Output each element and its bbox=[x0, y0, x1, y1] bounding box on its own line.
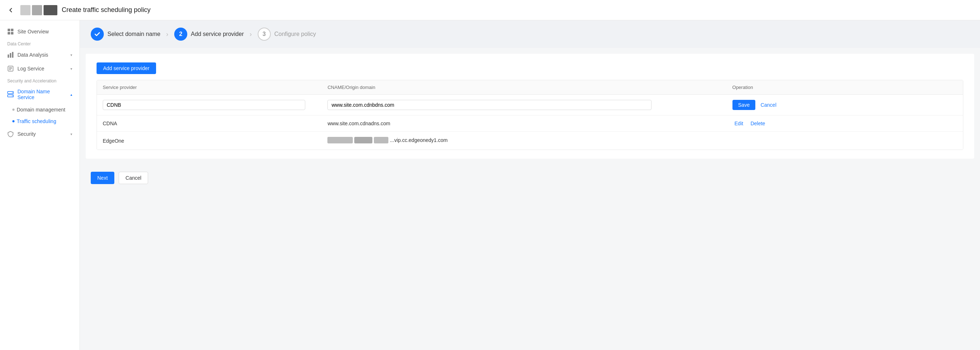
cancel-button[interactable]: Cancel bbox=[119, 172, 148, 184]
bullet-icon bbox=[12, 108, 14, 111]
cname-cell: ...vip.cc.edgeonedy1.com bbox=[328, 137, 732, 145]
step-arrow-2: › bbox=[250, 30, 252, 38]
sidebar-item-label: Site Overview bbox=[18, 29, 49, 35]
svg-rect-3 bbox=[11, 32, 13, 35]
step-2-label: Add service provider bbox=[191, 31, 244, 37]
svg-rect-0 bbox=[8, 29, 10, 31]
sidebar-item-log-service[interactable]: Log Service ▾ bbox=[0, 62, 80, 76]
sidebar: Site Overview Data Center Data Analysis … bbox=[0, 20, 80, 350]
sidebar-sub-item-label: Traffic scheduling bbox=[17, 118, 56, 124]
cname-input[interactable] bbox=[328, 100, 651, 110]
topbar-icon-3 bbox=[43, 5, 57, 15]
provider-cell: CDNA bbox=[103, 121, 328, 126]
col-service-provider: Service provider bbox=[103, 84, 328, 90]
content-area: Add service provider Service provider CN… bbox=[86, 54, 974, 159]
chevron-down-icon: ▾ bbox=[70, 132, 72, 136]
sidebar-sub-item-traffic-scheduling[interactable]: Traffic scheduling bbox=[0, 115, 80, 127]
add-service-provider-button[interactable]: Add service provider bbox=[97, 62, 156, 74]
sidebar-item-site-overview[interactable]: Site Overview bbox=[0, 25, 80, 38]
log-icon bbox=[7, 65, 14, 72]
chevron-up-icon: ▴ bbox=[70, 92, 72, 97]
step-3-circle: 3 bbox=[258, 28, 271, 41]
blur-rect-2 bbox=[354, 137, 372, 143]
footer-actions: Next Cancel bbox=[80, 164, 980, 191]
svg-rect-2 bbox=[8, 32, 10, 35]
step-2-circle: 2 bbox=[174, 28, 187, 41]
sidebar-item-domain-name-service[interactable]: Domain Name Service ▴ bbox=[0, 85, 80, 104]
provider-cell bbox=[103, 100, 328, 110]
sidebar-item-label: Security bbox=[18, 131, 36, 137]
cname-cell bbox=[328, 100, 732, 110]
sidebar-item-label: Domain Name Service bbox=[18, 89, 67, 100]
table-header: Service provider CNAME/Origin domain Ope… bbox=[97, 80, 963, 95]
chevron-down-icon: ▾ bbox=[70, 67, 72, 71]
row-operations: Edit Delete bbox=[732, 121, 957, 126]
chart-icon bbox=[7, 52, 14, 58]
step-2: 2 Add service provider bbox=[174, 28, 244, 41]
blur-rect-1 bbox=[328, 137, 353, 143]
topbar-icon-1 bbox=[20, 5, 30, 15]
provider-input[interactable] bbox=[103, 100, 305, 110]
blur-rect-3 bbox=[374, 137, 388, 143]
topbar-icons bbox=[20, 5, 57, 15]
svg-rect-4 bbox=[8, 54, 9, 58]
topbar-icon-2 bbox=[32, 5, 42, 15]
steps-bar: Select domain name › 2 Add service provi… bbox=[80, 20, 980, 48]
blurred-cname: ...vip.cc.edgeonedy1.com bbox=[328, 137, 447, 143]
check-icon bbox=[94, 31, 100, 37]
step-1: Select domain name bbox=[91, 28, 161, 41]
svg-rect-6 bbox=[12, 52, 13, 58]
sidebar-data-center-label: Data Center bbox=[0, 38, 80, 48]
sidebar-sub-item-label: Domain management bbox=[17, 107, 65, 113]
svg-rect-1 bbox=[11, 29, 13, 31]
cname-cell: www.site.com.cdnadns.com bbox=[328, 121, 732, 126]
table-row: CDNA www.site.com.cdnadns.com Edit Delet… bbox=[97, 115, 963, 132]
row-operations: Save Cancel bbox=[732, 100, 957, 110]
edit-button[interactable]: Edit bbox=[732, 121, 746, 126]
step-arrow-1: › bbox=[166, 30, 169, 38]
topbar: Create traffic scheduling policy bbox=[0, 0, 980, 20]
svg-point-14 bbox=[12, 95, 13, 96]
sidebar-sub-item-domain-management[interactable]: Domain management bbox=[0, 104, 80, 115]
step-3-label: Configure policy bbox=[274, 31, 316, 37]
table-row: Save Cancel bbox=[97, 95, 963, 115]
col-cname: CNAME/Origin domain bbox=[328, 84, 732, 90]
step-3: 3 Configure policy bbox=[258, 28, 316, 41]
step-1-circle bbox=[91, 28, 104, 41]
sidebar-security-acceleration-label: Security and Acceleration bbox=[0, 76, 80, 85]
table-row: EdgeOne ...vip.cc.edgeonedy1.com bbox=[97, 132, 963, 150]
main-content: Select domain name › 2 Add service provi… bbox=[80, 20, 980, 350]
back-button[interactable] bbox=[6, 5, 16, 15]
page-title: Create traffic scheduling policy bbox=[62, 6, 151, 14]
delete-button[interactable]: Delete bbox=[748, 121, 767, 126]
provider-cell: EdgeOne bbox=[103, 138, 328, 144]
step-1-label: Select domain name bbox=[107, 31, 161, 37]
grid-icon bbox=[7, 28, 14, 35]
sidebar-item-data-analysis[interactable]: Data Analysis ▾ bbox=[0, 48, 80, 62]
cancel-button[interactable]: Cancel bbox=[758, 102, 778, 108]
save-button[interactable]: Save bbox=[732, 100, 756, 110]
svg-rect-5 bbox=[10, 53, 11, 58]
sidebar-item-label: Log Service bbox=[18, 66, 44, 72]
dns-icon bbox=[7, 91, 14, 98]
shield-icon bbox=[7, 131, 14, 137]
svg-point-13 bbox=[12, 92, 13, 93]
sidebar-item-label: Data Analysis bbox=[18, 52, 48, 58]
next-button[interactable]: Next bbox=[91, 172, 115, 184]
chevron-down-icon: ▾ bbox=[70, 53, 72, 57]
col-operation: Operation bbox=[732, 84, 957, 90]
cname-text: ...vip.cc.edgeonedy1.com bbox=[390, 137, 447, 143]
bullet-icon bbox=[12, 120, 14, 123]
service-providers-table: Service provider CNAME/Origin domain Ope… bbox=[97, 80, 963, 150]
sidebar-item-security[interactable]: Security ▾ bbox=[0, 127, 80, 141]
